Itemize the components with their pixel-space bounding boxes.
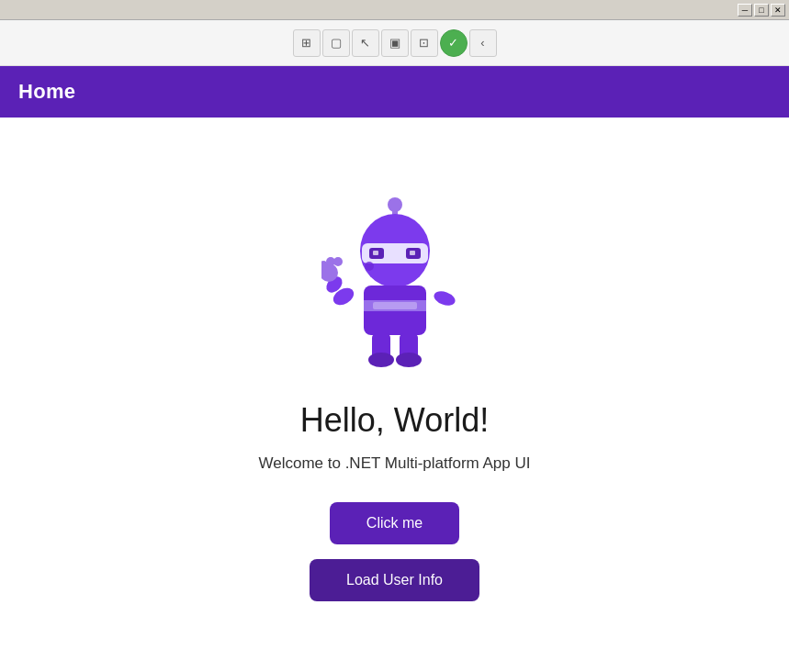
maximize-button[interactable]: □ — [754, 4, 769, 17]
svg-point-18 — [432, 288, 456, 308]
app-title: Home — [18, 80, 75, 104]
app-header: Home — [0, 66, 789, 118]
device-icon[interactable]: ⊡ — [411, 29, 438, 57]
svg-rect-6 — [373, 251, 378, 255]
svg-rect-11 — [373, 302, 417, 309]
svg-rect-7 — [410, 251, 415, 255]
svg-point-8 — [365, 262, 374, 271]
frame-icon[interactable]: ▣ — [381, 29, 409, 57]
window-icon[interactable]: ▢ — [322, 29, 350, 57]
title-bar: ─ □ ✕ — [0, 0, 789, 20]
main-heading: Hello, World! — [300, 401, 489, 440]
svg-point-0 — [388, 197, 402, 212]
layout-icon[interactable]: ⊞ — [293, 29, 321, 57]
close-button[interactable]: ✕ — [771, 4, 785, 17]
welcome-text: Welcome to .NET Multi-platform App UI — [258, 454, 530, 473]
collapse-icon[interactable]: ‹ — [469, 29, 497, 57]
check-icon[interactable]: ✓ — [440, 29, 468, 57]
svg-point-21 — [368, 353, 394, 367]
toolbar: ⊞ ▢ ↖ ▣ ⊡ ✓ ‹ — [0, 20, 789, 66]
click-me-button[interactable]: Click me — [330, 502, 459, 544]
load-user-info-button[interactable]: Load User Info — [310, 559, 479, 601]
svg-point-17 — [333, 257, 343, 266]
robot-mascot — [321, 188, 468, 375]
minimize-button[interactable]: ─ — [738, 4, 752, 17]
main-content: Hello, World! Welcome to .NET Multi-plat… — [0, 118, 789, 672]
svg-point-22 — [396, 353, 422, 367]
pointer-icon[interactable]: ↖ — [352, 29, 379, 57]
